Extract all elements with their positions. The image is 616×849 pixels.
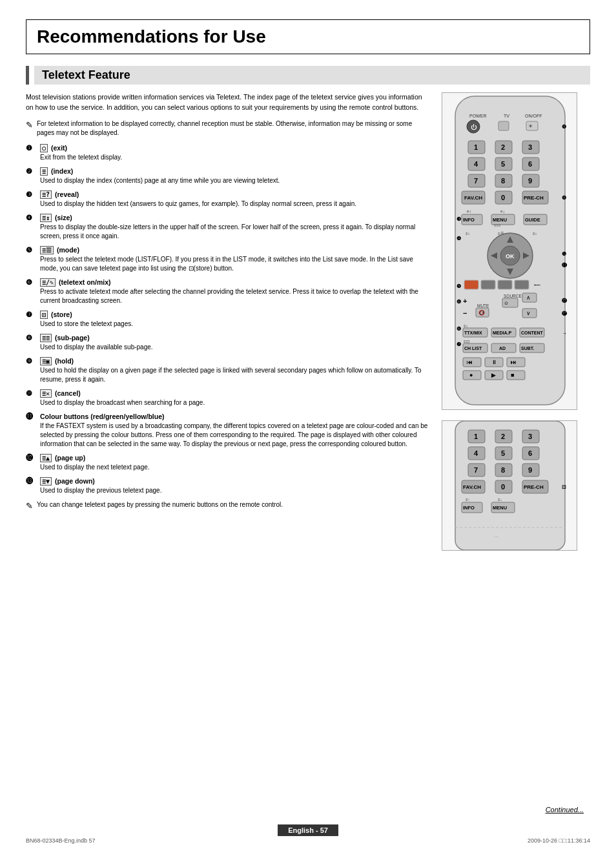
svg-text:MEDIA.P: MEDIA.P	[493, 331, 512, 335]
item-10-num: ❿	[26, 389, 40, 398]
item-6-label: (teletext on/mix)	[59, 278, 111, 286]
item-3-title: ≡? (reveal)	[40, 190, 356, 198]
svg-text:SOURCE: SOURCE	[504, 294, 522, 298]
svg-text:∨: ∨	[526, 310, 531, 316]
item-6-content: ≡/✎ (teletext on/mix) Press to activate …	[40, 278, 429, 305]
svg-text:⏸: ⏸	[491, 359, 497, 365]
item-7-num: ❼	[26, 311, 40, 319]
item-1-icon: ○	[40, 144, 48, 152]
svg-text:6: 6	[528, 160, 532, 168]
svg-text:5: 5	[501, 449, 505, 457]
item-12-desc: Used to display the next teletext page.	[40, 463, 150, 472]
svg-text:+: +	[463, 297, 467, 305]
file-info-left: BN68-02334B-Eng.indb 57	[26, 837, 96, 844]
item-6: ❻ ≡/✎ (teletext on/mix) Press to activat…	[26, 278, 429, 305]
item-1-content: ○ (exit) Exit from the teletext display.	[40, 144, 122, 162]
items-list: ❶ ○ (exit) Exit from the teletext displa…	[26, 144, 429, 495]
svg-text:1: 1	[474, 433, 478, 440]
svg-text:☀: ☀	[528, 123, 533, 129]
item-13-title: ≡▼ (page down)	[40, 477, 161, 485]
svg-text:INFO: INFO	[463, 505, 475, 511]
remote-svg-partial: 1 2 3 4 5 6 7 8	[442, 421, 578, 550]
right-col: POWER TV ON/OFF ⏻ ☀ ❾	[442, 92, 590, 561]
svg-rect-61	[498, 280, 512, 289]
item-11-title: Colour buttons (red/green/yellow/blue)	[40, 413, 429, 420]
svg-text:SUBT.: SUBT.	[521, 346, 534, 351]
item-4-icon: ≡↕	[40, 214, 52, 222]
item-5-icon: ≡☰	[40, 246, 54, 254]
item-5-num: ❺	[26, 246, 40, 254]
item-1-desc: Exit from the teletext display.	[40, 153, 122, 162]
continued-text: Continued...	[546, 806, 584, 813]
note2-text: You can change teletext pages by pressin…	[37, 500, 283, 509]
item-2-content: ≡ (index) Used to display the index (con…	[40, 167, 280, 185]
left-col: Most television stations provide written…	[26, 92, 429, 561]
item-6-title: ≡/✎ (teletext on/mix)	[40, 278, 429, 286]
svg-text:CH LIST: CH LIST	[464, 346, 482, 351]
main-title-box: Recommendations for Use	[26, 19, 590, 54]
svg-text:❼: ❼	[457, 342, 461, 347]
item-3: ❸ ≡? (reveal) Used to display the hidden…	[26, 190, 429, 209]
item-8-content: ≡≡ (sub-page) Used to display the availa…	[40, 334, 153, 352]
note2-icon: ✎	[26, 500, 33, 512]
svg-text:●: ●	[469, 372, 473, 378]
svg-text:⏻: ⏻	[471, 124, 477, 130]
item-11-desc: If the FASTEXT system is used by a broad…	[40, 422, 429, 449]
item-5-title: ≡☰ (mode)	[40, 246, 429, 254]
page-wrapper: Recommendations for Use Teletext Feature…	[0, 0, 616, 849]
svg-text:0: 0	[501, 194, 505, 201]
item-6-icon: ≡/✎	[40, 278, 56, 287]
svg-text:≡↑: ≡↑	[466, 498, 470, 502]
svg-text:∧: ∧	[526, 294, 531, 301]
item-3-icon: ≡?	[40, 190, 52, 199]
item-2-title: ≡ (index)	[40, 167, 280, 175]
svg-text:≡↕: ≡↕	[464, 324, 468, 328]
svg-text:0: 0	[501, 483, 505, 491]
item-6-desc: Press to activate teletext mode after se…	[40, 287, 429, 305]
file-info-right: 2009-10-26 □□:11:36:14	[528, 837, 590, 844]
svg-text:4: 4	[474, 160, 478, 168]
svg-text:2: 2	[501, 143, 505, 151]
svg-text:8: 8	[501, 466, 505, 474]
item-7-title: ⊡ (store)	[40, 311, 133, 318]
item-2-num: ❷	[26, 167, 40, 176]
item-13-num: ⓭	[26, 477, 40, 485]
item-9-num: ❾	[26, 357, 40, 365]
svg-text:❾: ❾	[562, 124, 566, 130]
item-12-title: ≡▲ (page up)	[40, 454, 150, 462]
svg-text:...: ...	[494, 533, 498, 538]
svg-text:⊙: ⊙	[504, 301, 508, 305]
svg-text:→: →	[562, 331, 567, 336]
section-heading: Teletext Feature	[34, 66, 590, 85]
item-11: ⓫ Colour buttons (red/green/yellow/blue)…	[26, 413, 429, 449]
svg-text:≡↕: ≡↕	[533, 232, 537, 236]
item-10: ❿ ≡✕ (cancel) Used to display the broadc…	[26, 389, 429, 407]
item-9-icon: ≡▣	[40, 357, 52, 365]
svg-text:FAV.CH: FAV.CH	[464, 195, 482, 201]
svg-text:≡⊡: ≡⊡	[464, 340, 469, 343]
item-8-icon: ≡≡	[40, 334, 52, 342]
svg-text:POWER: POWER	[469, 114, 486, 118]
svg-text:⓭: ⓭	[562, 311, 568, 317]
item-4-title: ≡↕ (size)	[40, 214, 429, 221]
svg-text:⓬: ⓬	[562, 298, 568, 304]
svg-text:▶: ▶	[491, 372, 496, 378]
remote-image-partial: 1 2 3 4 5 6 7 8	[442, 420, 577, 551]
note1-icon: ✎	[26, 119, 33, 131]
svg-text:≡↑: ≡↑	[467, 209, 471, 214]
svg-text:FAV.CH: FAV.CH	[463, 484, 481, 490]
item-8: ❽ ≡≡ (sub-page) Used to display the avai…	[26, 334, 429, 352]
item-10-desc: Used to display the broadcast when searc…	[40, 398, 205, 407]
item-7-desc: Used to store the teletext pages.	[40, 320, 133, 329]
svg-rect-106	[507, 371, 525, 380]
item-4: ❹ ≡↕ (size) Press to display the double-…	[26, 214, 429, 241]
intro-para: Most television stations provide written…	[26, 92, 429, 113]
item-9-desc: Used to hold the display on a given page…	[40, 366, 429, 384]
item-1-label: (exit)	[51, 144, 67, 152]
item-11-num: ⓫	[26, 413, 40, 420]
svg-text:⏭: ⏭	[511, 359, 517, 365]
item-6-num: ❻	[26, 278, 40, 287]
svg-text:1: 1	[474, 143, 478, 151]
item-2-label: (index)	[51, 167, 73, 175]
remote-svg-full: POWER TV ON/OFF ⏻ ☀ ❾	[442, 93, 578, 409]
